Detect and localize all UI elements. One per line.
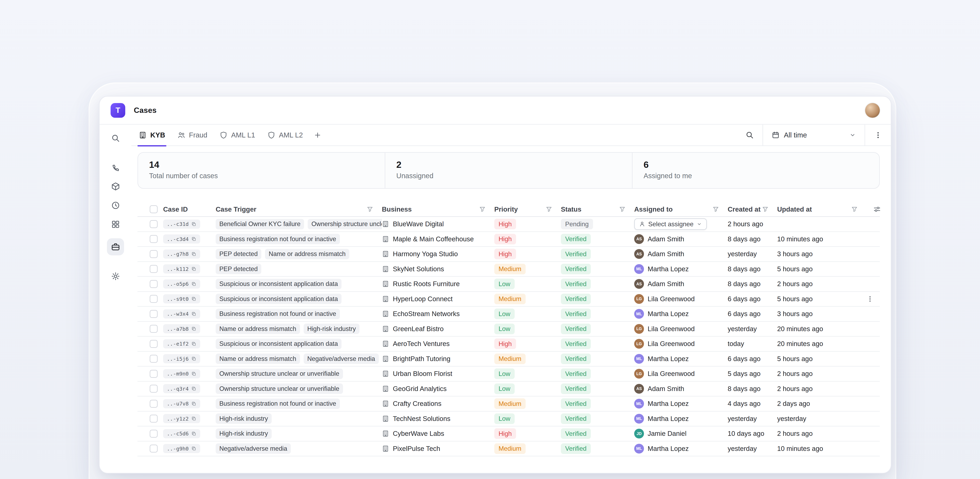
table-row[interactable]: ..-y1z2High-risk industryTechNest Soluti… bbox=[137, 412, 880, 426]
building-icon bbox=[382, 415, 389, 422]
table-row[interactable]: ..-g7h8PEP detectedName or address misma… bbox=[137, 247, 880, 262]
row-checkbox[interactable] bbox=[150, 430, 158, 438]
row-checkbox[interactable] bbox=[150, 265, 158, 273]
funnel-icon bbox=[762, 206, 768, 213]
table-row[interactable]: ..-g9h0Negative/adverse mediaPixelPulse … bbox=[137, 442, 880, 457]
filter-button-case-trigger[interactable] bbox=[367, 206, 373, 213]
row-checkbox[interactable] bbox=[150, 220, 158, 228]
sidebar-item-apps[interactable] bbox=[107, 216, 124, 233]
table-row[interactable]: ..-o5p6Suspicious or inconsistent applic… bbox=[137, 277, 880, 292]
case-id-pill[interactable]: ..-a7b8 bbox=[163, 324, 200, 333]
case-id-pill[interactable]: ..-g9h0 bbox=[163, 444, 200, 453]
copy-icon bbox=[191, 236, 197, 242]
table-row[interactable]: ..-q3r4Ownership structure unclear or un… bbox=[137, 382, 880, 397]
user-avatar[interactable] bbox=[865, 103, 880, 118]
trigger-tags: Business registration not found or inact… bbox=[216, 309, 382, 319]
row-checkbox[interactable] bbox=[150, 370, 158, 378]
row-checkbox[interactable] bbox=[150, 235, 158, 243]
business-name: Rustic Roots Furniture bbox=[393, 280, 460, 288]
case-id-pill[interactable]: ..-w3x4 bbox=[163, 309, 200, 318]
trigger-tag: Ownership structure unclear or unverifia… bbox=[216, 384, 343, 394]
table-row[interactable]: ..-a7b8Name or address mismatchHigh-risk… bbox=[137, 322, 880, 337]
row-checkbox[interactable] bbox=[150, 280, 158, 288]
case-id-pill[interactable]: ..-o5p6 bbox=[163, 279, 200, 289]
row-checkbox[interactable] bbox=[150, 415, 158, 423]
row-menu-button[interactable] bbox=[866, 295, 874, 302]
column-settings-button[interactable] bbox=[873, 205, 881, 213]
row-checkbox[interactable] bbox=[150, 355, 158, 363]
case-id-pill[interactable]: ..-m9n0 bbox=[163, 369, 200, 379]
add-tab-button[interactable] bbox=[309, 124, 326, 146]
time-filter-select[interactable]: All time bbox=[763, 124, 864, 146]
filter-button-business[interactable] bbox=[479, 206, 486, 213]
case-id-pill[interactable]: ..-c31d bbox=[163, 220, 200, 229]
case-id-pill[interactable]: ..-c5d6 bbox=[163, 429, 200, 438]
row-checkbox[interactable] bbox=[150, 340, 158, 348]
assignee-name: Adam Smith bbox=[648, 235, 684, 243]
case-id-pill[interactable]: ..-u7v8 bbox=[163, 399, 200, 408]
tab-aml-l2[interactable]: AML L2 bbox=[261, 124, 309, 146]
row-checkbox[interactable] bbox=[150, 385, 158, 393]
copy-icon bbox=[191, 356, 197, 361]
funnel-icon bbox=[713, 206, 719, 213]
row-checkbox[interactable] bbox=[150, 445, 158, 452]
case-id-text: ..-w3x4 bbox=[167, 311, 189, 317]
case-id-pill[interactable]: ..-y1z2 bbox=[163, 414, 200, 423]
table-row[interactable]: ..-k112PEP detectedSkyNet SolutionsMediu… bbox=[137, 262, 880, 277]
row-checkbox[interactable] bbox=[150, 250, 158, 258]
assignee-avatar: ML bbox=[634, 414, 644, 423]
tab-kyb[interactable]: KYB bbox=[132, 124, 171, 146]
row-checkbox[interactable] bbox=[150, 400, 158, 408]
app-logo[interactable]: T bbox=[111, 103, 125, 118]
tab-aml-l1[interactable]: AML L1 bbox=[213, 124, 261, 146]
sidebar-item-search[interactable] bbox=[107, 129, 124, 146]
sidebar-item-packages[interactable] bbox=[107, 178, 124, 195]
assignee-avatar: ML bbox=[634, 354, 644, 364]
filter-button-priority[interactable] bbox=[546, 206, 552, 213]
business-name: BrightPath Tutoring bbox=[393, 355, 450, 363]
table-row[interactable]: ..-u7v8Business registration not found o… bbox=[137, 396, 880, 412]
case-id-pill[interactable]: ..-g7h8 bbox=[163, 250, 200, 259]
select-assignee-button[interactable]: Select assignee bbox=[634, 218, 707, 230]
sidebar-item-settings[interactable] bbox=[107, 267, 124, 285]
filter-button-created-at[interactable] bbox=[762, 206, 768, 213]
search-button[interactable] bbox=[737, 124, 762, 146]
filter-button-status[interactable] bbox=[619, 206, 626, 213]
row-checkbox[interactable] bbox=[150, 325, 158, 333]
business-name: Crafty Creations bbox=[393, 400, 441, 407]
table-row[interactable]: ..-s9t0Suspicious or inconsistent applic… bbox=[137, 292, 880, 307]
business-cell: Harmony Yoga Studio bbox=[382, 250, 494, 258]
case-id-pill[interactable]: ..-s9t0 bbox=[163, 294, 200, 304]
time-filter-label: All time bbox=[784, 131, 807, 139]
case-id-pill[interactable]: ..-i5j6 bbox=[163, 354, 200, 363]
stat-label: Total number of cases bbox=[149, 172, 385, 180]
case-id-pill[interactable]: ..-c3d4 bbox=[163, 234, 200, 243]
tab-fraud[interactable]: Fraud bbox=[171, 124, 213, 146]
row-checkbox[interactable] bbox=[150, 310, 158, 318]
table-row[interactable]: ..-w3x4Business registration not found o… bbox=[137, 307, 880, 322]
table-row[interactable]: ..-c5d6High-risk industryCyberWave LabsH… bbox=[137, 426, 880, 442]
case-id-pill[interactable]: ..-q3r4 bbox=[163, 384, 200, 393]
case-id-pill[interactable]: ..-k112 bbox=[163, 264, 200, 274]
filter-button-updated-at[interactable] bbox=[851, 206, 858, 213]
assignee-cell: MLMartha Lopez bbox=[634, 414, 728, 423]
sidebar-item-history[interactable] bbox=[107, 197, 124, 214]
table-row[interactable]: ..-c31dBeneficial Owner KYC failureOwner… bbox=[137, 217, 880, 232]
select-all-checkbox[interactable] bbox=[150, 205, 158, 213]
more-menu-button[interactable] bbox=[865, 124, 891, 146]
sidebar-item-cases[interactable] bbox=[107, 238, 124, 255]
table-row[interactable]: ..-e1f2Suspicious or inconsistent applic… bbox=[137, 337, 880, 352]
filter-button-assigned-to[interactable] bbox=[713, 206, 719, 213]
case-id-text: ..-a7b8 bbox=[167, 326, 189, 332]
table-row[interactable]: ..-c3d4Business registration not found o… bbox=[137, 232, 880, 247]
copy-icon bbox=[191, 266, 197, 272]
sidebar-item-calls[interactable] bbox=[107, 159, 124, 177]
business-name: AeroTech Ventures bbox=[393, 340, 450, 348]
row-checkbox[interactable] bbox=[150, 295, 158, 303]
table-row[interactable]: ..-i5j6Name or address mismatchNegative/… bbox=[137, 352, 880, 367]
case-id-pill[interactable]: ..-e1f2 bbox=[163, 339, 200, 349]
briefcase-icon bbox=[111, 242, 120, 251]
stat-label: Unassigned bbox=[396, 172, 632, 180]
table-row[interactable]: ..-m9n0Ownership structure unclear or un… bbox=[137, 367, 880, 382]
assignee-cell: LGLila Greenwood bbox=[634, 324, 728, 334]
